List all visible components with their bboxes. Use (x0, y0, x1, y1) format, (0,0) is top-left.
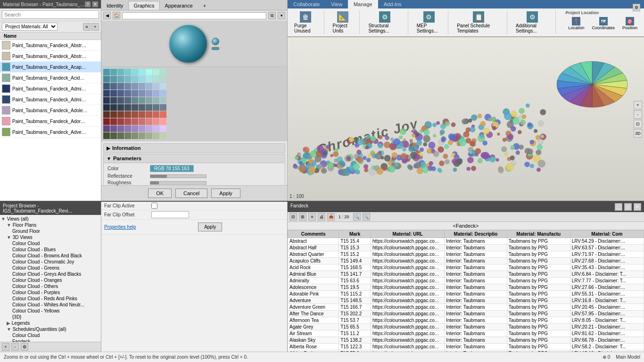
swatch-cell[interactable] (132, 83, 138, 90)
swatch-cell[interactable] (110, 132, 117, 139)
swatch-cell[interactable] (117, 125, 124, 132)
swatch-cell[interactable] (160, 104, 166, 111)
fd-tool-1[interactable]: ⊟ (289, 213, 297, 221)
swatch-cell[interactable] (124, 90, 131, 97)
swatch-cell[interactable] (110, 90, 117, 97)
swatch-cell[interactable] (153, 90, 159, 97)
swatch-cell[interactable] (153, 104, 159, 111)
swatch-cell[interactable] (160, 83, 166, 90)
swatch-cell[interactable] (124, 76, 131, 82)
pb-tree-item[interactable]: ▼ Schedules/Quantities (all) (1, 326, 100, 332)
fd-tool-4[interactable]: 🖨 (318, 213, 325, 221)
table-row[interactable]: After The DanceT15 202.2https://coloursw… (288, 311, 644, 317)
table-row[interactable]: AdolescenceT15 19.5https://colourswatch.… (288, 284, 644, 291)
mat-copy[interactable]: ⧉ (268, 12, 276, 19)
pb-tree-item[interactable]: Ground Floor (1, 228, 100, 234)
fandeck-close-btn[interactable]: ✕ (634, 203, 641, 211)
table-row[interactable]: Acapulco CliffsT15 149.4https://coloursw… (288, 258, 644, 264)
table-row[interactable]: Abstract HalfT15 15.3https://colourswatc… (288, 245, 644, 251)
swatch-cell[interactable] (132, 97, 138, 104)
swatch-cell[interactable] (103, 118, 110, 125)
table-row[interactable]: Alaskan SkyT15 138.2https://colourswatch… (288, 337, 644, 344)
swatch-cell[interactable] (117, 132, 124, 139)
swatch-cell[interactable] (146, 104, 152, 111)
pb-tree-item[interactable]: Colour Cloud (1, 332, 100, 338)
swatch-cell[interactable] (139, 83, 145, 90)
swatch-cell[interactable] (124, 104, 131, 111)
swatch-cell[interactable] (132, 76, 138, 82)
close-button[interactable]: ✕ (92, 1, 98, 7)
swatch-cell[interactable] (146, 69, 152, 75)
minimize-button[interactable]: ? (85, 1, 91, 7)
mat-arrow-left[interactable]: ◀ (103, 12, 111, 19)
swatch-cell[interactable] (124, 83, 131, 90)
table-row[interactable]: AdmiraltyT15 63.6https://colourswatch.pp… (288, 278, 644, 284)
swatch-cell[interactable] (110, 83, 117, 90)
swatch-cell[interactable] (139, 125, 145, 132)
swatch-cell[interactable] (103, 125, 110, 132)
swatch-cell[interactable] (160, 125, 166, 132)
tab-manage[interactable]: Manage (348, 0, 378, 8)
fd-tool-3[interactable]: ≡ (308, 213, 316, 221)
swatch-cell[interactable] (117, 97, 124, 104)
swatch-cell[interactable] (103, 111, 110, 118)
swatch-cell[interactable] (103, 104, 110, 111)
table-row[interactable]: AdventureT15 148.5https://colourswatch.p… (288, 297, 644, 304)
pb-tree-item[interactable]: Colour Cloud - Chromatic Joy (1, 259, 100, 265)
mep-btn[interactable]: ⚙ MEP Settings... (414, 10, 444, 34)
fandeck-minimize-btn[interactable]: _ (615, 203, 622, 211)
swatch-cell[interactable] (110, 97, 117, 104)
table-row[interactable]: Admiral BlueT15 141.7https://colourswatc… (288, 271, 644, 278)
panel-btn[interactable]: 📋 Panel Schedule Templates (454, 10, 503, 34)
material-list-item[interactable]: Paint_Taubmans_Fandeck_AdmiralBlue_T15..… (0, 83, 101, 94)
swatch-cell[interactable] (160, 97, 166, 104)
search-input[interactable] (2, 10, 99, 19)
properties-help-link[interactable]: Properties help (104, 224, 136, 230)
swatch-cell[interactable] (153, 97, 159, 104)
swatch-cell[interactable] (153, 83, 159, 90)
pb-settings-btn[interactable]: ⚙ (21, 343, 28, 351)
swatch-cell[interactable] (153, 111, 159, 118)
swatch-cell[interactable] (153, 76, 159, 82)
swatch-cell[interactable] (132, 104, 138, 111)
swatch-cell[interactable] (103, 69, 110, 75)
pb-tree-item[interactable]: Colour Cloud - Reds And Pinks (1, 296, 100, 302)
material-list-item[interactable]: Paint_Taubmans_Fandeck_AbstractHalf_T15.… (0, 40, 101, 51)
swatch-cell[interactable] (124, 125, 131, 132)
struct-btn[interactable]: ⚙ Structural Settings... (365, 10, 404, 34)
swatch-cell[interactable] (103, 132, 110, 139)
location-btn[interactable]: 📍 Location (565, 16, 587, 31)
pb-tree-item[interactable]: Colour Cloud - Browns And Black (1, 253, 100, 259)
swatch-cell[interactable] (146, 83, 152, 90)
pb-tree-item[interactable]: Colour Cloud - Whites And Neutr... (1, 302, 100, 308)
swatch-cell[interactable] (103, 97, 110, 104)
swatch-cell[interactable] (124, 69, 131, 75)
tab-addins[interactable]: Add-Ins (378, 0, 407, 8)
swatch-cell[interactable] (124, 118, 131, 125)
fandeck-max-btn[interactable]: □ (624, 203, 632, 211)
swatch-cell[interactable] (160, 111, 166, 118)
swatch-cell[interactable] (110, 111, 117, 118)
table-row[interactable]: Acid RockT15 168.5https://colourswatch.p… (288, 264, 644, 271)
pb-tree-item[interactable]: Fandeck (1, 338, 100, 342)
pb-tree-item[interactable]: {3D} (1, 314, 100, 320)
table-row[interactable]: AbstractT15 15.4https://colourswatch.ppg… (288, 238, 644, 245)
swatch-cell[interactable] (146, 132, 152, 139)
material-name-input[interactable]: Paint_Taubm...s_T15_149.4 (122, 12, 266, 19)
apply-button[interactable]: Apply (198, 222, 222, 231)
position-btn[interactable]: 🎯 Position (619, 16, 640, 31)
swatch-cell[interactable] (117, 69, 124, 75)
swatch-cell[interactable] (110, 118, 117, 125)
fd-zoom-out[interactable]: 🔍 (363, 213, 370, 221)
table-row[interactable]: Adorable PinkT15 115.2https://colourswat… (288, 291, 644, 297)
swatch-cell[interactable] (139, 111, 145, 118)
reflectance-slider[interactable] (150, 174, 206, 178)
preview-swatch-2[interactable] (212, 47, 219, 50)
material-list-item[interactable]: Paint_Taubmans_Fandeck_Admiralty_T15_63.… (0, 94, 101, 105)
pb-expand-btn[interactable]: + (2, 343, 9, 351)
project-materials-dropdown[interactable]: Project Materials: All (2, 23, 58, 31)
swatch-cell[interactable] (132, 132, 138, 139)
table-row[interactable]: Alberta RoseT15 122.3https://colourswatc… (288, 344, 644, 350)
fd-tool-2[interactable]: ⊞ (299, 213, 306, 221)
swatch-cell[interactable] (124, 111, 131, 118)
